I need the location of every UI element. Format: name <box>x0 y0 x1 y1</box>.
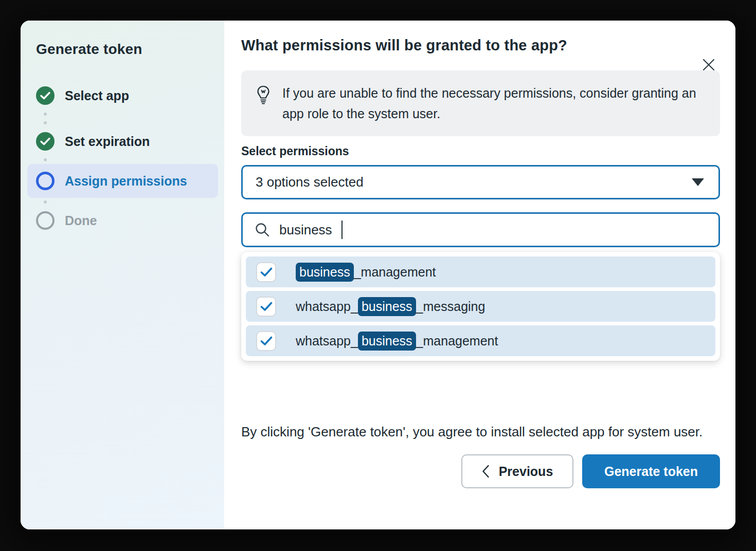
search-icon <box>254 222 271 238</box>
generate-token-button-label: Generate token <box>604 464 698 479</box>
previous-button-label: Previous <box>499 464 553 479</box>
chevron-left-icon <box>482 465 490 478</box>
step-connector <box>36 110 55 127</box>
info-text: If you are unable to find the necessary … <box>282 83 704 124</box>
step-done: Done <box>27 206 218 235</box>
search-query-text: business <box>279 222 332 238</box>
step-set-expiration[interactable]: Set expiration <box>27 127 218 156</box>
chevron-down-icon <box>692 178 704 186</box>
wizard-sidebar: Generate token Select app Set expiration <box>21 21 224 529</box>
select-permissions-label: Select permissions <box>241 144 720 158</box>
option-whatsapp-business-management[interactable]: whatsapp_business_management <box>246 325 715 356</box>
permissions-select[interactable]: 3 options selected <box>241 165 720 199</box>
check-circle-icon <box>36 132 55 151</box>
search-match-highlight: business <box>358 297 416 316</box>
checkbox-checked[interactable] <box>256 262 276 282</box>
option-label: whatsapp_business_management <box>296 332 498 351</box>
step-select-app[interactable]: Select app <box>27 81 218 110</box>
generate-token-button[interactable]: Generate token <box>582 454 720 488</box>
close-icon[interactable] <box>699 56 718 74</box>
checkbox-checked[interactable] <box>256 297 276 317</box>
previous-button[interactable]: Previous <box>461 454 573 488</box>
step-label: Done <box>65 213 97 228</box>
radio-ring-icon <box>36 172 55 190</box>
step-connector <box>36 198 55 206</box>
radio-ring-icon <box>36 211 55 230</box>
step-assign-permissions[interactable]: Assign permissions <box>27 164 218 198</box>
lightbulb-icon <box>256 85 271 107</box>
step-label: Select app <box>65 88 129 103</box>
search-match-highlight: business <box>296 263 354 282</box>
check-circle-icon <box>36 86 55 105</box>
checkbox-checked[interactable] <box>256 331 276 351</box>
search-match-highlight: business <box>358 332 416 351</box>
footer-actions: Previous Generate token <box>241 454 720 488</box>
info-banner: If you are unable to find the necessary … <box>241 70 720 136</box>
permissions-dropdown-list: business_management whatsapp_business_me… <box>241 252 720 361</box>
wizard-title: Generate token <box>36 41 218 58</box>
step-connector <box>36 156 55 164</box>
step-label: Assign permissions <box>65 174 187 189</box>
selected-count-value: 3 options selected <box>256 174 364 190</box>
permissions-search-input[interactable]: business <box>241 212 720 247</box>
disclaimer-text: By clicking 'Generate token', you agree … <box>241 421 720 442</box>
step-label: Set expiration <box>65 134 150 149</box>
option-label: whatsapp_business_messaging <box>296 297 485 316</box>
panel-title: What permissions will be granted to the … <box>241 37 720 54</box>
option-whatsapp-business-messaging[interactable]: whatsapp_business_messaging <box>246 291 715 322</box>
generate-token-modal: Generate token Select app Set expiration <box>21 21 735 529</box>
permissions-panel: What permissions will be granted to the … <box>224 21 735 529</box>
text-cursor <box>341 221 343 239</box>
option-label: business_management <box>296 263 436 282</box>
option-business-management[interactable]: business_management <box>246 256 715 287</box>
